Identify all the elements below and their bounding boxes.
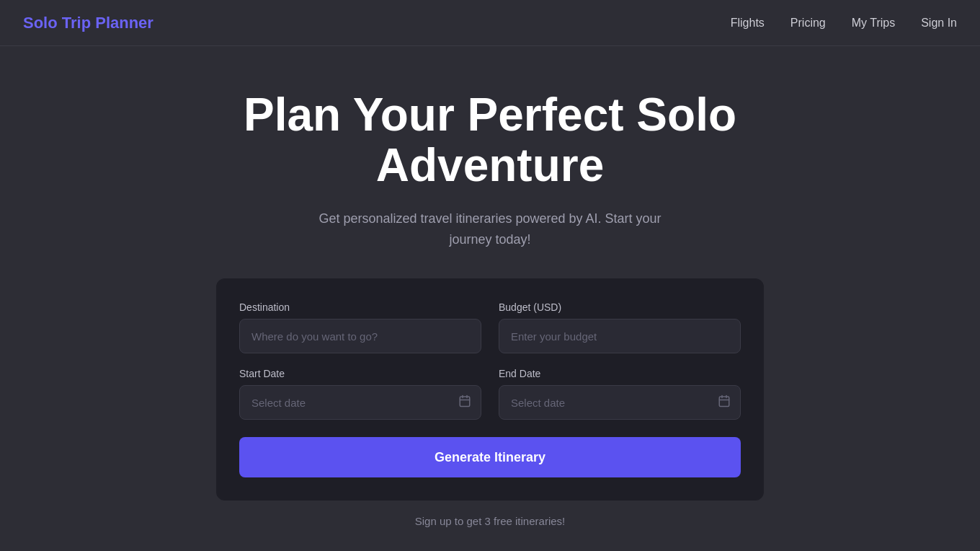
- budget-group: Budget (USD): [499, 301, 741, 353]
- budget-input[interactable]: [499, 319, 741, 353]
- nav-link-sign-in[interactable]: Sign In: [921, 17, 957, 30]
- signup-hint: Sign up to get 3 free itineraries!: [415, 515, 565, 527]
- planner-form-card: Destination Budget (USD) Start Date: [216, 278, 764, 501]
- destination-label: Destination: [239, 301, 481, 313]
- form-row-2: Start Date End Date: [239, 368, 741, 420]
- start-date-input[interactable]: [239, 385, 481, 420]
- form-row-1: Destination Budget (USD): [239, 301, 741, 353]
- hero-section: Plan Your Perfect Solo Adventure Get per…: [0, 46, 980, 527]
- start-date-label: Start Date: [239, 368, 481, 379]
- end-date-label: End Date: [499, 368, 741, 379]
- nav-link-pricing[interactable]: Pricing: [790, 17, 826, 30]
- budget-label: Budget (USD): [499, 301, 741, 313]
- nav-logo[interactable]: Solo Trip Planner: [23, 14, 153, 32]
- destination-group: Destination: [239, 301, 481, 353]
- nav-link-my-trips[interactable]: My Trips: [852, 17, 895, 30]
- end-date-input[interactable]: [499, 385, 741, 420]
- hero-subtitle: Get personalized travel itineraries powe…: [310, 208, 670, 250]
- destination-input[interactable]: [239, 319, 481, 353]
- end-date-group: End Date: [499, 368, 741, 420]
- start-date-group: Start Date: [239, 368, 481, 420]
- generate-button[interactable]: Generate Itinerary: [239, 437, 741, 477]
- nav-links: Flights Pricing My Trips Sign In: [731, 17, 957, 30]
- hero-title: Plan Your Perfect Solo Adventure: [166, 89, 814, 191]
- start-date-wrapper: [239, 385, 481, 420]
- end-date-wrapper: [499, 385, 741, 420]
- navbar: Solo Trip Planner Flights Pricing My Tri…: [0, 0, 980, 46]
- nav-link-flights[interactable]: Flights: [731, 17, 765, 30]
